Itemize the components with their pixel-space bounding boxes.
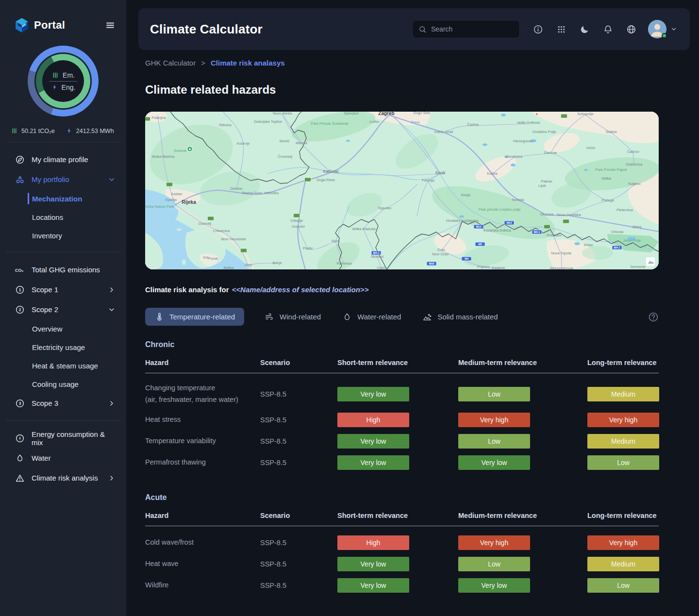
svg-text:Kočevje: Kočevje — [237, 141, 250, 146]
chevron-right-icon — [108, 400, 116, 407]
energy-bolt-icon — [66, 127, 73, 134]
sidebar-subitem-mechanization[interactable]: Mechanization — [0, 189, 126, 208]
sidebar-subitem-inventory[interactable]: Inventory — [0, 226, 126, 245]
svg-text:Prijedor: Prijedor — [477, 265, 490, 269]
analysis-label: Climate risk analysis for — [145, 285, 229, 294]
sidebar-item-scope-1[interactable]: 1Scope 1 — [0, 280, 126, 300]
column-header: Hazard — [145, 512, 260, 519]
sidebar-subitem-cooling-usage[interactable]: Cooling usage — [0, 375, 126, 393]
sidebar-item-climate-risk-analysis[interactable]: Climate risk analysis — [0, 468, 126, 488]
search-box[interactable] — [412, 20, 520, 38]
chevron-down-icon — [108, 176, 116, 183]
svg-text:Karlovac: Karlovac — [323, 169, 339, 174]
tab-solid-mass-related[interactable]: Solid mass-related — [421, 308, 499, 326]
sidebar-item-energy-consumption-mix[interactable]: Energy consumption & mix — [0, 428, 126, 448]
svg-text:Novi Grad: Novi Grad — [432, 252, 449, 256]
sidebar-subitem-heat-steam-usage[interactable]: Heat & steam usage — [0, 356, 126, 375]
table-row: Temperature variabilitySSP-8.5Very lowLo… — [145, 431, 659, 452]
sidebar-item-label: My climate profile — [32, 155, 88, 164]
main: Climate Calculator GHK Calculator — [126, 0, 699, 616]
online-status-dot — [662, 33, 667, 38]
sidebar-item-my-portfolio[interactable]: My portfolio — [0, 169, 126, 189]
svg-text:Slunj: Slunj — [332, 239, 340, 243]
sidebar-subitem-electricity-usage[interactable]: Electricity usage — [0, 338, 126, 356]
relevance-cell: Very high — [587, 535, 659, 550]
column-header: Long-term relevance — [587, 359, 659, 366]
svg-text:Ribnica: Ribnica — [219, 123, 232, 127]
road-shield — [561, 114, 567, 118]
svg-text:Pakrac: Pakrac — [541, 179, 552, 183]
total-ghg-emissions-icon: CO₂ — [15, 265, 25, 275]
sidebar-subitem-locations[interactable]: Locations — [0, 208, 126, 226]
column-header: Long-term relevance — [587, 512, 659, 519]
breadcrumb: GHK Calculator > Climate risk analasys — [145, 59, 659, 67]
road-shield: M4-1 — [612, 246, 622, 250]
tab-water-related[interactable]: Water-related — [341, 308, 402, 326]
tab-wind-related[interactable]: Wind-related — [264, 308, 322, 326]
breadcrumb-current[interactable]: Climate risk analasys — [211, 59, 285, 67]
notifications-bell-icon[interactable] — [603, 24, 613, 34]
acute-title: Acute — [145, 493, 659, 502]
breadcrumb-separator: > — [201, 59, 205, 67]
relevance-cell: Very low — [458, 578, 587, 593]
svg-text:Suhopolje: Suhopolje — [577, 112, 593, 116]
language-globe-icon[interactable] — [626, 24, 636, 34]
sidebar-item-scope-2[interactable]: 2Scope 2 — [0, 300, 126, 319]
svg-text:Sunja: Sunja — [461, 193, 470, 197]
risk-badge-low: Low — [458, 434, 530, 449]
risk-badge-very_low: Very low — [337, 578, 409, 593]
column-header: Scenario — [260, 359, 337, 366]
chronic-title: Chronic — [145, 340, 659, 349]
svg-text:Krk: Krk — [203, 255, 209, 260]
road-shield — [145, 117, 150, 121]
risk-badge-low: Low — [458, 557, 530, 571]
svg-text:CO₂: CO₂ — [15, 267, 24, 272]
help-icon[interactable] — [648, 312, 659, 322]
search-input[interactable] — [431, 25, 504, 33]
svg-text:Skokovi: Skokovi — [371, 254, 384, 259]
svg-text:Sisak: Sisak — [435, 170, 446, 175]
relevance-cell: Medium — [587, 557, 659, 571]
sidebar-item-scope-3[interactable]: 3Scope 3 — [0, 393, 126, 413]
risk-badge-very_high: Very high — [587, 413, 659, 427]
svg-text:Kozarska Dubica: Kozarska Dubica — [483, 228, 512, 233]
relevance-cell: Very high — [587, 413, 659, 427]
tab-temperature-related[interactable]: Temperature-related — [145, 308, 244, 326]
sidebar-item-water[interactable]: Water — [0, 448, 126, 468]
sidebar-subitem-label: Locations — [32, 213, 63, 221]
wind-icon — [265, 312, 274, 322]
sidebar-subitem-overview[interactable]: Overview — [0, 319, 126, 338]
svg-text:Baška: Baška — [224, 266, 234, 269]
info-icon[interactable] — [533, 24, 543, 34]
tab-label: Water-related — [357, 313, 401, 321]
user-menu[interactable] — [648, 20, 677, 38]
sidebar-item-total-ghg-emissions[interactable]: CO₂Total GHG emissions — [0, 260, 126, 280]
column-header: Medium-term relevance — [458, 359, 587, 366]
hazard-cell: Heat stress — [145, 414, 260, 426]
chevron-down-icon — [108, 306, 116, 314]
sidebar-item-my-climate-profile[interactable]: My climate profile — [0, 150, 126, 169]
svg-text:Dvor: Dvor — [437, 248, 445, 252]
map-attribution-icon[interactable] — [646, 257, 655, 266]
road-shield — [294, 214, 300, 217]
svg-text:Snežnik: Snežnik — [174, 149, 187, 153]
hamburger-menu-icon[interactable] — [105, 20, 116, 30]
dark-mode-moon-icon[interactable] — [580, 24, 590, 34]
svg-text:Kutjevo: Kutjevo — [628, 182, 640, 186]
map[interactable]: PostojnaIlirska BistricaSnežnikRibnicaKo… — [145, 112, 659, 269]
svg-text:Novo Mesto: Novo Mesto — [273, 112, 292, 116]
column-header: Hazard — [145, 359, 260, 366]
chronic-section: ChronicHazardScenarioShort-term relevanc… — [145, 340, 659, 473]
svg-text:1: 1 — [19, 287, 21, 292]
emissions-wave-icon — [51, 71, 59, 79]
svg-text:Delnice: Delnice — [230, 186, 242, 191]
svg-text:Oštarije: Oštarije — [290, 218, 303, 223]
svg-text:Zagreb: Zagreb — [378, 112, 394, 116]
breadcrumb-parent[interactable]: GHK Calculator — [145, 59, 196, 67]
scenario-cell: SSP-8.5 — [260, 582, 337, 589]
relevance-cell: Very low — [337, 455, 458, 470]
road-shield — [241, 249, 247, 252]
sidebar-item-label: Climate risk analysis — [32, 474, 98, 482]
apps-grid-icon[interactable] — [556, 24, 566, 34]
avatar[interactable] — [648, 20, 666, 38]
